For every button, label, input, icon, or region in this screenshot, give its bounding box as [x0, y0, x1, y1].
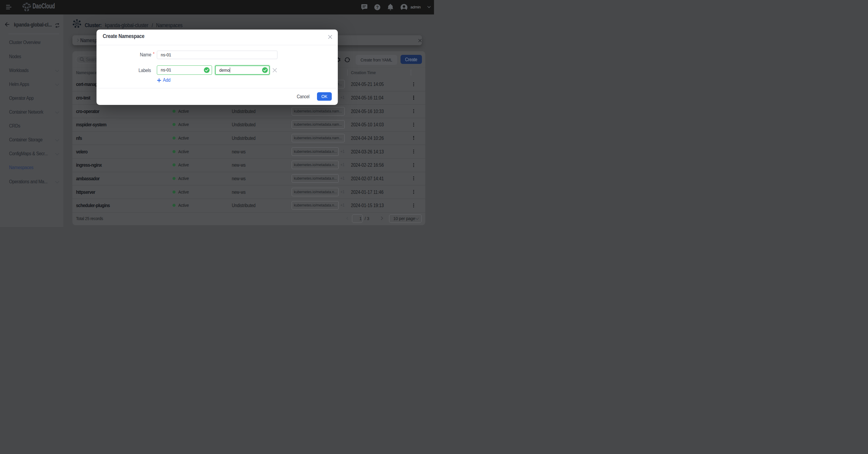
svg-text:?: ?	[376, 5, 378, 10]
